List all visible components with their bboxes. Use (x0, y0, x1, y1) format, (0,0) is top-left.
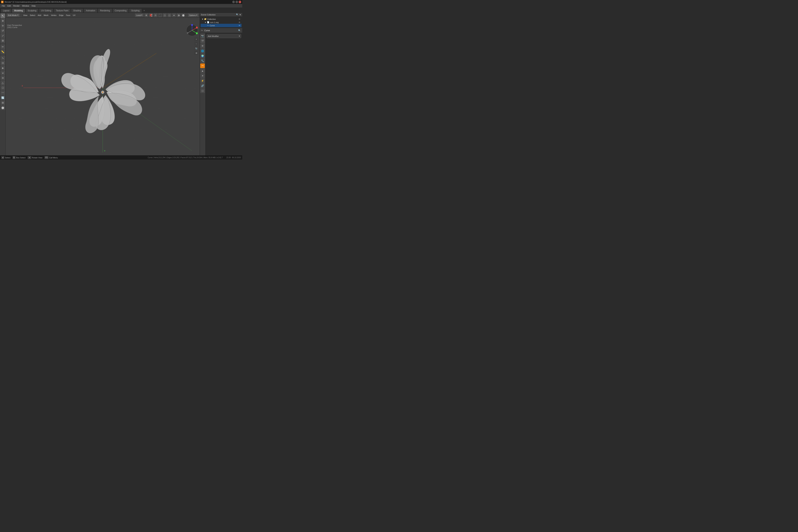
tab-animation[interactable]: Animation (83, 8, 97, 13)
perspective-label: User Perspective (7, 24, 22, 26)
axis-gizmo[interactable]: X Y Z (186, 24, 198, 37)
add-modifier-button[interactable]: Add Modifier ▾ (207, 34, 241, 38)
select-status: ● Select (1, 156, 11, 159)
output-props-icon[interactable]: 🎬 (200, 39, 205, 43)
add-workspace-tab[interactable]: + (142, 8, 146, 13)
svg-icon: 📄 (207, 21, 209, 23)
select-status-label: Select (5, 157, 11, 159)
tab-sculpting[interactable]: Sculpting (25, 8, 39, 13)
shear-tool-btn[interactable]: ⬤ (1, 105, 5, 110)
edge-slide-btn[interactable]: ⊞ (1, 100, 5, 105)
extrude-tool-btn[interactable]: ∿ (1, 56, 5, 60)
view-menu[interactable]: View (22, 14, 28, 17)
menu-help[interactable]: Help (31, 4, 37, 7)
snap-btn[interactable]: 🧲 (149, 13, 153, 17)
curve-item[interactable]: 〜 Curve 👁 (201, 24, 242, 27)
cursor-tool-btn[interactable]: ⊕ (1, 18, 5, 23)
select-menu[interactable]: Select (29, 14, 36, 17)
tab-scripting[interactable]: Scripting (129, 8, 142, 13)
outliner-filter-icon[interactable]: ▼ (239, 14, 241, 16)
transform-tool-btn[interactable]: ⊞ (1, 38, 5, 43)
minimize-button[interactable]: — (232, 1, 235, 3)
rotate-key-icon: 🖱 (28, 156, 31, 159)
bevel-tool-btn[interactable]: ◈ (1, 65, 5, 70)
uv-menu[interactable]: UV (72, 14, 76, 17)
rotate-tool-btn[interactable]: ↺ (1, 28, 5, 33)
poly-build-btn[interactable]: △ (1, 80, 5, 85)
inset-tool-btn[interactable]: ⊡ (1, 61, 5, 65)
shading-local[interactable]: Local ▾ (135, 14, 144, 17)
window-controls[interactable]: — □ ✕ (232, 1, 241, 3)
tab-uv-editing[interactable]: UV Editing (39, 8, 54, 13)
smooth-tool-btn[interactable]: 〰 (1, 91, 5, 95)
close-button[interactable]: ✕ (239, 1, 241, 3)
spin-tool-btn[interactable]: ⬡ (1, 86, 5, 90)
overlay-btn[interactable]: ⬛ (158, 13, 162, 17)
tab-texture-paint[interactable]: Texture Paint (54, 8, 71, 13)
tab-shading[interactable]: Shading (71, 8, 83, 13)
curve-props-icon[interactable]: 〜 (200, 63, 205, 68)
material-btn[interactable]: ◑ (177, 13, 180, 17)
randomize-tool-btn[interactable]: 🔃 (1, 95, 5, 100)
tab-rendering[interactable]: Rendering (98, 8, 112, 13)
mode-selector[interactable]: Edit Mode ▾ (7, 14, 20, 17)
scene-props-icon[interactable]: 🌐 (200, 49, 205, 53)
proportional-btn[interactable]: ⊙ (154, 13, 157, 17)
select-tool-btn[interactable]: ↖ (1, 14, 5, 18)
transform-gizmo[interactable]: ⊞ (194, 51, 198, 55)
measure-tool-btn[interactable]: 📏 (1, 50, 5, 54)
3d-viewport[interactable]: Edit Mode ▾ View Select Add Mesh Vertex … (6, 13, 200, 155)
constraints-icon[interactable]: 🔗 (200, 83, 205, 88)
knife-tool-btn[interactable]: ⊖ (1, 76, 5, 80)
tab-layout[interactable]: Layout (1, 8, 12, 13)
loop-cut-tool-btn[interactable]: ⊌ (1, 71, 5, 75)
physics-icon[interactable]: ⚡ (200, 78, 205, 83)
object-data-icon[interactable]: ◻ (200, 88, 205, 93)
tab-modeling[interactable]: Modeling (12, 8, 25, 13)
edge-menu[interactable]: Edge (58, 14, 64, 17)
wireframe-btn[interactable]: ◻ (167, 13, 171, 17)
mesh-menu[interactable]: Mesh (43, 14, 49, 17)
render-props-icon[interactable]: 📷 (200, 34, 205, 38)
solid-btn[interactable]: ● (172, 13, 176, 17)
call-menu-label: Call Menu (49, 157, 58, 159)
move-tool-btn[interactable]: ✛ (1, 23, 5, 28)
options-btn[interactable]: Options ▾ (188, 14, 198, 17)
menu-file[interactable]: File (1, 4, 6, 7)
svg-item[interactable]: ▼ 📄 sun-1.svg 👁 (201, 21, 242, 24)
object-props-icon[interactable]: 🔧 (200, 58, 205, 63)
mode-label: Edit Mode (8, 14, 17, 16)
box-select-status: B Box Select (13, 156, 25, 159)
outliner-search-icon[interactable]: 🔍 (236, 14, 239, 16)
viewport-3d-area[interactable]: X Y User Perspective (162) Curve X (6, 18, 200, 155)
viewport-header-right: Local ▾ ⊕ 🧲 ⊙ ⬛ ◻ ◻ ● ◑ ⬤ Options ▾ (135, 13, 198, 17)
scale-tool-btn[interactable]: ⤢ (1, 33, 5, 38)
tab-compositing[interactable]: Compositing (112, 8, 129, 13)
collection-arrow: ▼ (202, 18, 204, 20)
maximize-button[interactable]: □ (235, 1, 238, 3)
particles-icon[interactable]: ✦ (200, 73, 205, 78)
zoom-out-gizmo[interactable]: − (194, 42, 198, 46)
menu-render[interactable]: Render (12, 4, 21, 7)
svg-eye-icon[interactable]: 👁 (239, 21, 241, 23)
call-menu-status: F3 Call Menu (44, 156, 58, 159)
zoom-in-gizmo[interactable]: + (194, 37, 198, 41)
xray-btn[interactable]: ◻ (163, 13, 167, 17)
global-toggle[interactable]: ⊕ (144, 13, 148, 17)
add-menu[interactable]: Add (37, 14, 42, 17)
render-btn[interactable]: ⬤ (181, 13, 185, 17)
curve-eye-icon[interactable]: 👁 (239, 24, 241, 26)
face-menu[interactable]: Face (65, 14, 71, 17)
annotate-tool-btn[interactable]: ✏ (1, 44, 5, 49)
collection-item[interactable]: ▼ 📁 Collection 👁 (201, 17, 242, 21)
view-layer-icon[interactable]: 👁 (200, 44, 205, 48)
properties-search-icon[interactable]: 🔍 (238, 29, 241, 32)
world-props-icon[interactable]: 🌍 (200, 54, 205, 58)
box-select-label: Box Select (16, 157, 25, 159)
camera-view-gizmo[interactable]: 📷 (194, 46, 198, 50)
collection-eye-icon[interactable]: 👁 (239, 18, 241, 20)
vertex-menu[interactable]: Vertex (50, 14, 57, 17)
menu-edit[interactable]: Edit (6, 4, 12, 7)
modifier-props-icon[interactable]: ▲ (200, 69, 205, 73)
menu-window[interactable]: Window (21, 4, 30, 7)
